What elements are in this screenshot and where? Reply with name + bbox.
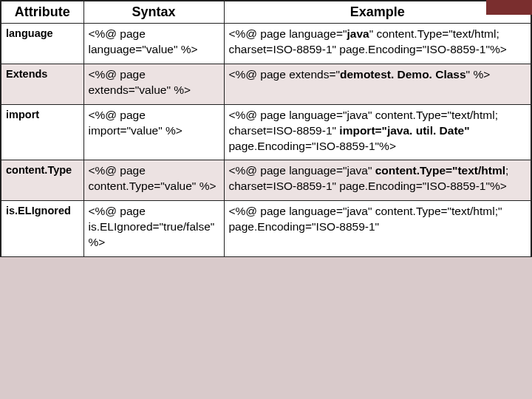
header-attribute: Attribute: [1, 1, 83, 24]
header-example-label: Example: [350, 4, 405, 19]
cell-syntax: <%@ page import="value" %>: [83, 104, 224, 160]
attribute-table: Attribute Syntax Example language <%@ pa…: [0, 0, 532, 257]
table-row: is.ELIgnored <%@ page is.ELIgnored="true…: [1, 201, 531, 257]
cell-example: <%@ page language="java" content.Type="t…: [224, 160, 531, 201]
cell-example: <%@ page language="java" content.Type="t…: [224, 104, 531, 160]
cell-example: <%@ page language="java" content.Type="t…: [224, 201, 531, 257]
header-syntax: Syntax: [83, 1, 224, 24]
cell-attribute: content.Type: [1, 160, 83, 201]
cell-example: <%@ page language="java" content.Type="t…: [224, 24, 531, 64]
table-row: Extends <%@ page extends="value" %> <%@ …: [1, 64, 531, 104]
cell-syntax: <%@ page language="value" %>: [83, 24, 224, 64]
table-row: content.Type <%@ page content.Type="valu…: [1, 160, 531, 201]
header-example: Example: [224, 1, 531, 24]
cell-syntax: <%@ page content.Type="value" %>: [83, 160, 224, 201]
cell-syntax: <%@ page is.ELIgnored="true/false" %>: [83, 201, 224, 257]
table-row: import <%@ page import="value" %> <%@ pa…: [1, 104, 531, 160]
cell-attribute: is.ELIgnored: [1, 201, 83, 257]
table-body: language <%@ page language="value" %> <%…: [1, 24, 531, 257]
table-header-row: Attribute Syntax Example: [1, 1, 531, 24]
cell-syntax: <%@ page extends="value" %>: [83, 64, 224, 104]
cell-attribute: import: [1, 104, 83, 160]
header-accent: [486, 0, 532, 15]
table-row: language <%@ page language="value" %> <%…: [1, 24, 531, 64]
cell-attribute: language: [1, 24, 83, 64]
cell-example: <%@ page extends="demotest. Demo. Class"…: [224, 64, 531, 104]
cell-attribute: Extends: [1, 64, 83, 104]
